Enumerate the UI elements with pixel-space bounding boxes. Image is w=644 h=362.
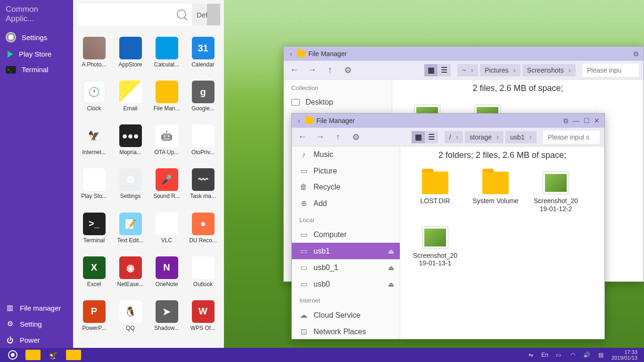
volume-icon[interactable]: 🔊 [583, 351, 591, 359]
sidebar-item-desktop[interactable]: Desktop [284, 94, 392, 110]
nav-up-icon[interactable]: ↑ [324, 65, 336, 76]
file-item[interactable]: Screenshot_2019-01-12-2 [532, 172, 579, 213]
list-view-icon[interactable]: ☰ [438, 64, 451, 76]
sidebar-item-setting[interactable]: ⚙Setting [0, 316, 73, 332]
battery-icon[interactable]: ▭ [555, 351, 562, 359]
breadcrumb-usb1[interactable]: usb1 [505, 131, 537, 143]
sidebar-item-cloud-service[interactable]: ☁Cloud Service [292, 307, 400, 323]
app-du-reco-[interactable]: ●DU Reco... [186, 213, 220, 253]
nav-forward-icon[interactable]: → [314, 132, 326, 143]
minimize-icon[interactable]: — [572, 117, 580, 124]
nav-forward-icon[interactable]: → [306, 65, 318, 76]
settings-icon[interactable]: ⚙ [342, 65, 354, 76]
app-shadow-[interactable]: ➤Shadow... [149, 300, 184, 340]
sidebar-item-computer[interactable]: ▭Computer [292, 226, 400, 243]
fm1-titlebar[interactable]: ‹ File Manager ⧉ [284, 47, 644, 61]
sidebar-item-file-manager[interactable]: ▥File manager [0, 300, 73, 316]
app-appstore[interactable]: AppStore [113, 37, 148, 77]
file-item[interactable]: Screenshot_2019-01-13-1 [412, 226, 459, 268]
fm1-back-icon[interactable]: ‹ [288, 50, 294, 57]
breadcrumb-/[interactable]: / [445, 131, 463, 143]
app-text-edit-[interactable]: 📝Text Edit... [113, 213, 148, 253]
app-play-sto-[interactable]: ▶Play Sto... [77, 168, 111, 208]
settings-icon[interactable]: ⚙ [350, 132, 362, 143]
start-button[interactable] [4, 349, 22, 361]
app-a-photo-[interactable]: A Photo... [77, 37, 111, 77]
sidebar-item-usb1[interactable]: ▭usb1⏏ [292, 243, 400, 259]
clock[interactable]: 17:33 2019/01/13 [611, 349, 640, 361]
sidebar-item-settings[interactable]: Settings [0, 28, 73, 46]
nav-back-icon[interactable]: ← [289, 65, 300, 76]
grid-view-icon[interactable]: ▦ [424, 64, 438, 76]
sidebar-item-usb0[interactable]: ▭usb0⏏ [292, 276, 400, 292]
fm2-back-icon[interactable]: ‹ [296, 117, 302, 124]
breadcrumb-Pictures[interactable]: Pictures [480, 64, 520, 76]
sidebar-item-recycle[interactable]: 🗑Recycle [292, 179, 400, 195]
usb-icon[interactable]: ⇋ [527, 351, 535, 359]
app-wps-of-[interactable]: WWPS Of... [186, 300, 220, 340]
taskbar-file-manager-1[interactable] [25, 350, 41, 360]
app-icon: △ [156, 213, 178, 235]
grid-view-icon[interactable]: ▦ [412, 131, 425, 143]
breadcrumb-~[interactable]: ~ [457, 64, 478, 76]
sidebar-item-play-store[interactable]: Play Store [0, 46, 73, 62]
fm1-restore-icon[interactable]: ⧉ [632, 50, 640, 58]
app-google-[interactable]: gGoogle... [186, 81, 220, 121]
fm2-titlebar[interactable]: ‹ File Manager ⧉ — ☐ ✕ [292, 114, 604, 128]
list-view-icon[interactable]: ☰ [425, 131, 438, 143]
fm2-search-input[interactable] [543, 131, 600, 144]
app-search-input[interactable] [77, 4, 192, 25]
sidebar-item-terminal[interactable]: >_Terminal [0, 62, 73, 77]
app-netease-[interactable]: ◉NetEase... [113, 256, 148, 296]
app-excel[interactable]: XExcel [77, 256, 111, 296]
notification-icon[interactable]: ▤ [597, 351, 605, 359]
app-terminal[interactable]: >_Terminal [77, 213, 111, 253]
app-vlc[interactable]: △VLC [149, 213, 184, 253]
system-tray: ⇋ En ▭ ◠ 🔊 ▤ 17:33 2019/01/13 [527, 349, 640, 361]
sort-dropdown[interactable]: Default [192, 4, 220, 25]
eject-icon[interactable]: ⏏ [388, 264, 394, 272]
app-powerp-[interactable]: PPowerP... [77, 300, 111, 340]
eject-icon[interactable]: ⏏ [388, 280, 394, 288]
app-mopria-[interactable]: ●●●Mopria... [113, 124, 148, 165]
app-otopriv-[interactable]: ⊘OtoPriv... [186, 124, 220, 165]
fm1-search-input[interactable] [582, 64, 639, 77]
language-indicator[interactable]: En [541, 352, 548, 358]
taskbar-file-manager-2[interactable] [66, 350, 81, 360]
breadcrumb-storage[interactable]: storage [465, 131, 504, 143]
sidebar-item-network-places[interactable]: ⊡Network Places [292, 323, 400, 339]
nav-up-icon[interactable]: ↑ [332, 132, 344, 143]
sidebar-item-picture[interactable]: ▭Picture [292, 163, 400, 179]
close-icon[interactable]: ✕ [593, 117, 601, 124]
app-qq[interactable]: 🐧QQ [113, 300, 148, 340]
file-item[interactable]: LOST.DIR [412, 172, 459, 213]
sidebar-item-music[interactable]: ♪Music [292, 147, 400, 163]
app-onenote[interactable]: NOneNote [149, 256, 184, 296]
file-item[interactable]: System Volume [472, 172, 519, 213]
fm2-restore-icon[interactable]: ⧉ [562, 117, 570, 124]
app-clock[interactable]: 🕐Clock [77, 81, 111, 121]
wifi-icon[interactable]: ◠ [569, 351, 577, 359]
app-file-man-[interactable]: File Man... [149, 81, 184, 121]
breadcrumb-Screenshots[interactable]: Screenshots [522, 64, 576, 76]
sidebar-item-add[interactable]: ⊕Add [292, 195, 400, 212]
app-outlook[interactable]: OOutlook [186, 256, 220, 296]
file-manager-window-2[interactable]: ‹ File Manager ⧉ — ☐ ✕ ← → ↑ ⚙ ▦ ☰ /stor… [291, 113, 605, 339]
eject-icon[interactable]: ⏏ [388, 247, 394, 255]
nav-back-icon[interactable]: ← [297, 132, 308, 143]
app-ota-up-[interactable]: 🤖OTA Up... [149, 124, 184, 165]
app-email[interactable]: Email [113, 81, 148, 121]
app-sound-r-[interactable]: 🎤Sound R... [149, 168, 184, 208]
app-label: Internet... [82, 149, 106, 156]
taskbar-internet[interactable]: 🦅 [44, 349, 62, 361]
app-internet-[interactable]: 🦅Internet... [77, 124, 111, 165]
maximize-icon[interactable]: ☐ [583, 117, 590, 124]
app-calendar[interactable]: 31Calendar [186, 37, 220, 77]
view-toggle: ▦ ☰ [412, 131, 438, 143]
search-icon[interactable] [177, 9, 186, 19]
app-task-ma-[interactable]: 〰Task ma... [186, 168, 220, 208]
sidebar-item-usb0_1[interactable]: ▭usb0_1⏏ [292, 259, 400, 276]
app-settings[interactable]: ⚙Settings [113, 168, 148, 208]
sidebar-item-power[interactable]: ⏻Power [0, 332, 73, 348]
app-calculat-[interactable]: Calculat... [149, 37, 184, 77]
